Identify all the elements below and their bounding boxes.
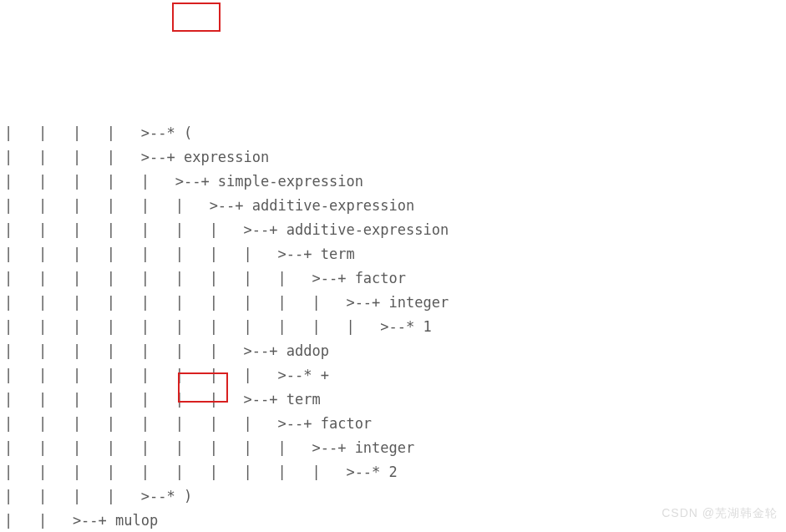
tree-line: | | | | | | | | | | >--+ integer [4,294,449,311]
tree-line: | | | | | | | >--+ additive-expression [4,221,449,238]
watermark: CSDN @芜湖韩金轮 [662,501,778,525]
tree-line: | | >--+ mulop [4,512,158,529]
tree-line: | | | | | | | | >--+ factor [4,415,372,432]
tree-line: | | | | | | | | >--+ term [4,246,355,262]
tree-line: | | | | | >--+ simple-expression [4,173,363,190]
tree-line: | | | | | | | | | | >--* 2 [4,464,398,480]
tree-line: | | | | | | | >--+ term [4,391,321,408]
tree-line: | | | | | | >--+ additive-expression [4,197,414,214]
tree-line: | | | | | | | | >--* + [4,367,329,383]
tree-line: | | | | >--* ) [4,488,192,504]
highlight-box-close-paren [178,372,228,403]
tree-line: | | | | | | | | | | | >--* 1 [4,318,432,335]
tree-line: | | | | >--* ( [4,124,192,141]
tree-line: | | | | | | | | | >--+ integer [4,439,414,456]
parse-tree: | | | | >--* ( | | | | >--+ expression |… [0,97,786,532]
highlight-box-open-paren [172,3,221,32]
tree-line: | | | | | | | | | >--+ factor [4,270,406,286]
tree-line: | | | | >--+ expression [4,149,269,165]
tree-line: | | | | | | | >--+ addop [4,342,329,359]
